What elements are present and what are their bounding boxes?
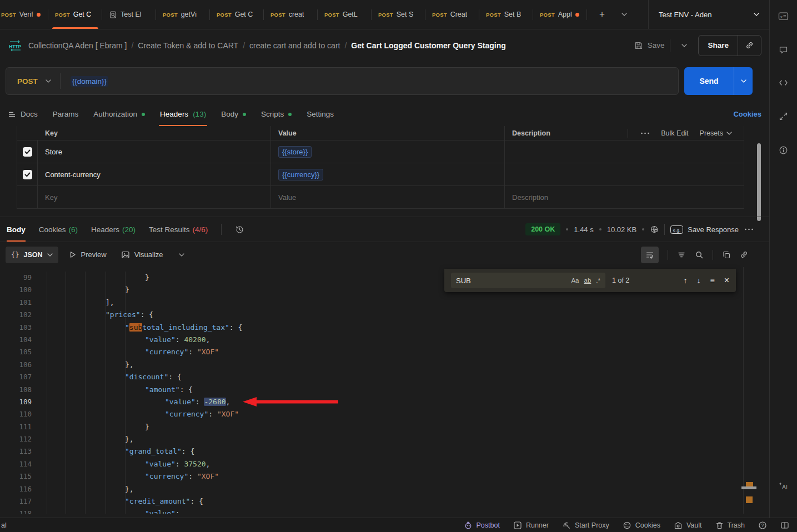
new-tab-button[interactable]: + (594, 0, 610, 29)
request-tab[interactable]: POSTCreat (425, 0, 479, 29)
tab-headers[interactable]: Headers(13) (160, 102, 206, 126)
request-tab[interactable]: POSTSet S (372, 0, 425, 29)
comment-icon[interactable] (770, 46, 797, 54)
response-tab-cookies[interactable]: Cookies(6) (39, 217, 78, 242)
breadcrumb-item[interactable]: Get Cart Logged Customer Query Staging (351, 41, 505, 50)
search-icon[interactable] (695, 250, 704, 259)
search-input[interactable]: SUB Aa ab .* (451, 273, 605, 288)
bulk-edit-button[interactable]: Bulk Edit (661, 129, 688, 137)
header-key-cell[interactable]: Content-currency (38, 163, 271, 185)
next-match-arrow-icon[interactable]: ↓ (696, 276, 700, 285)
breadcrumb-item[interactable]: create cart and add to cart (249, 41, 340, 50)
visualize-button[interactable]: Visualize (117, 250, 168, 259)
request-tab[interactable]: POSTgetVi (156, 0, 210, 29)
copy-link-icon[interactable] (738, 41, 761, 49)
tab-authorization[interactable]: Authorization (93, 102, 145, 126)
punctuation: : { (168, 373, 181, 381)
send-button[interactable]: Send (684, 67, 753, 95)
request-tab[interactable]: POSTVerif (0, 0, 48, 29)
regex-toggle[interactable]: .* (596, 277, 600, 284)
response-tab-headers[interactable]: Headers(20) (91, 217, 136, 242)
header-value-cell[interactable]: {{currency}} (271, 163, 505, 185)
request-tab[interactable]: POSTGetL (318, 0, 372, 29)
method-selector[interactable]: POST (6, 77, 60, 86)
previous-match-arrow-icon[interactable]: ↑ (683, 276, 687, 285)
wrap-text-icon[interactable] (641, 247, 659, 263)
start-proxy-button[interactable]: Start Proxy (562, 521, 609, 530)
request-tab[interactable]: POSTAppl (533, 0, 587, 29)
json-string: "XOF" (217, 410, 239, 418)
copy-icon[interactable] (722, 250, 731, 259)
match-case-toggle[interactable]: Aa (571, 277, 579, 284)
breadcrumb-item[interactable]: Create Token & add to CART (138, 41, 238, 50)
value-placeholder[interactable]: Value (271, 186, 505, 208)
json-key: "grand_total" (125, 447, 182, 455)
header-value-cell[interactable]: {{store}} (271, 140, 505, 163)
description-placeholder[interactable]: Description (505, 186, 744, 208)
presets-dropdown[interactable]: Presets (700, 129, 732, 137)
statusbar-item-label: Postbot (477, 521, 500, 529)
header-row: Store{{store}} (17, 140, 744, 163)
url-input[interactable]: POST {{domain}} (6, 67, 679, 95)
vault-button[interactable]: Vault (674, 521, 702, 530)
row-checkbox[interactable] (23, 170, 32, 179)
response-format-selector[interactable]: {} JSON (6, 247, 58, 263)
scroll-position-marker[interactable] (741, 486, 756, 489)
save-response-button[interactable]: e.g.Save Response (670, 225, 739, 234)
cookies-button[interactable]: Cookies (623, 521, 660, 530)
runner-button[interactable]: Runner (513, 521, 549, 530)
share-button[interactable]: Share (698, 35, 761, 56)
response-body-json[interactable]: 99}100}101],102"prices": {103"subtotal_i… (0, 267, 769, 514)
response-tab-body[interactable]: Body (7, 217, 26, 242)
tab-list-chevron[interactable] (616, 0, 633, 29)
header-description-cell[interactable] (505, 140, 744, 163)
request-tab-icon (109, 11, 117, 19)
dot-separator (642, 228, 644, 230)
response-tab-test-results[interactable]: Test Results(4/6) (149, 217, 208, 242)
ai-icon[interactable]: AI (770, 481, 797, 491)
tab-params[interactable]: Params (53, 102, 79, 126)
save-options-chevron[interactable] (676, 44, 693, 47)
send-options-chevron[interactable] (734, 67, 753, 95)
open-panes-icon[interactable] (770, 112, 797, 121)
request-tab[interactable]: POSTcreat (264, 0, 318, 29)
cookies-link[interactable]: Cookies (733, 102, 761, 126)
punctuation: } (145, 423, 149, 431)
whole-word-toggle[interactable]: ab (584, 277, 592, 284)
tab-scripts[interactable]: Scripts (261, 102, 292, 126)
tab-label: Test El (121, 11, 142, 18)
save-button[interactable]: Save (634, 41, 665, 50)
line-content: "subtotal_including_tax": { (32, 322, 769, 334)
tab-settings[interactable]: Settings (307, 102, 334, 126)
request-scrollbar-thumb[interactable] (757, 143, 761, 221)
filter-icon[interactable] (677, 250, 686, 259)
line-content: "currency": "XOF" (32, 470, 769, 483)
request-tab[interactable]: POSTGet C (48, 0, 102, 29)
line-number: 114 (0, 458, 32, 470)
url-value[interactable]: {{domain}} (61, 77, 108, 86)
trash-button[interactable]: Trash (715, 521, 745, 530)
close-icon[interactable]: × (724, 275, 729, 285)
line-content: }, (32, 483, 769, 495)
request-tab[interactable]: POSTSet B (479, 0, 533, 29)
preview-button[interactable]: Preview (64, 250, 111, 259)
view-options-chevron[interactable] (173, 253, 190, 257)
tab-docs[interactable]: Docs (8, 102, 38, 126)
tab-body[interactable]: Body (221, 102, 246, 126)
postbot-button[interactable]: Postbot (464, 521, 500, 530)
changes-dot (243, 113, 246, 116)
header-description-cell[interactable] (505, 163, 744, 185)
environment-selector[interactable]: Test ENV - Aden (648, 0, 769, 29)
environment-quick-look-icon[interactable]: x (770, 12, 797, 21)
row-checkbox[interactable] (23, 147, 32, 157)
link-icon[interactable] (740, 250, 748, 259)
json-key: "prices" (106, 310, 141, 319)
header-key-cell[interactable]: Store (38, 140, 271, 163)
breadcrumb-item[interactable]: CollectionQA Aden [ Ebram ] (28, 41, 127, 50)
request-tab[interactable]: POSTGet C (210, 0, 264, 29)
info-icon[interactable] (770, 145, 797, 155)
code-snippet-icon[interactable] (770, 79, 797, 87)
find-options-icon[interactable]: ≡ (710, 276, 714, 285)
request-tab[interactable]: Test El (102, 0, 156, 29)
key-placeholder[interactable]: Key (38, 186, 271, 208)
